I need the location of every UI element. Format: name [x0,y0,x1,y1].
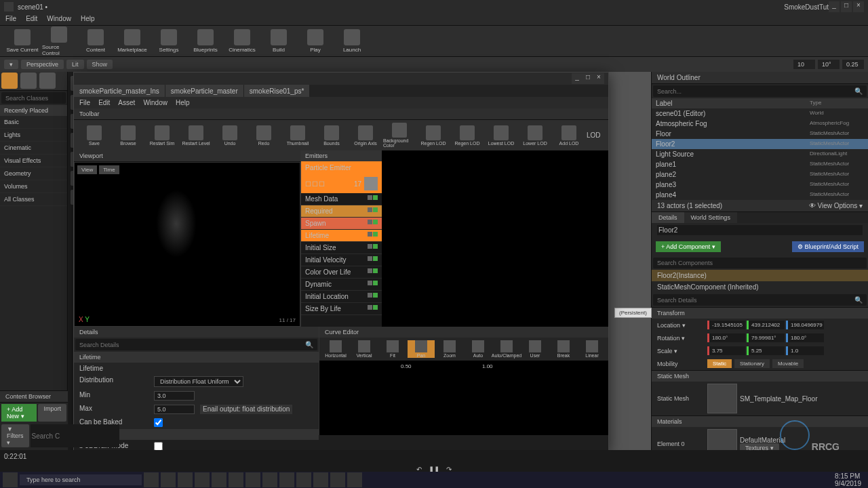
app-icon[interactable] [330,472,345,487]
build-button[interactable]: Build [262,29,296,53]
curve-pan-button[interactable]: Pan [408,340,435,358]
scale-snap[interactable]: 0.25 [842,60,864,69]
cat-vfx[interactable]: Visual Effects [0,155,67,167]
minimize-button[interactable]: _ [829,1,840,12]
landscape-mode-icon[interactable] [39,73,56,89]
loc-y[interactable]: 439.212402 [747,321,785,329]
mobility-static[interactable]: Static [707,359,732,368]
app-icon[interactable] [245,472,260,487]
app-icon[interactable] [212,472,226,487]
outliner-row[interactable]: plane1StaticMeshActor [652,159,868,169]
outliner-search[interactable] [657,87,854,95]
cascade-tool-lower-lod[interactable]: Lower LOD [519,125,551,146]
cascade-tool-add-lod[interactable]: Add LOD [553,125,585,146]
tab-particle-master[interactable]: smokeParticle_master [165,85,244,97]
lit-button[interactable]: Lit [66,60,84,69]
cat-volumes[interactable]: Volumes [0,180,67,193]
emitter-module-size-by-life[interactable]: Size By Life [301,303,382,315]
cascade-tool-lowest-lod[interactable]: Lowest LOD [485,125,517,146]
outliner-row[interactable]: Light SourceDirectionalLight [652,149,868,159]
paint-mode-icon[interactable] [20,73,37,89]
curve-vertical-button[interactable]: Vertical [351,340,378,358]
cortana-icon[interactable] [144,472,159,487]
mobility-stationary[interactable]: Stationary [734,359,770,368]
cascade-tool-browse[interactable]: Browse [112,125,144,146]
cascade-menu-edit[interactable]: Edit [98,99,110,106]
curve-user-button[interactable]: User [521,340,549,358]
outliner-row[interactable]: Atmospheric FogAtmosphericFog [652,119,868,129]
filters-button[interactable]: ▼ Filters ▾ [1,424,29,447]
cascade-tool-restart-level[interactable]: Restart Level [180,125,212,146]
cascade-tool-restart-sim[interactable]: Restart Sim [146,125,178,146]
curve-zoom-button[interactable]: Zoom [436,340,463,358]
cascade-tool-regen-lod[interactable]: Regen LOD [417,125,450,146]
loc-x[interactable]: -19.1545105 [707,321,745,329]
scale-z[interactable]: 1.0 [786,346,824,355]
app-icon[interactable] [195,472,210,487]
emitter-module-dynamic[interactable]: Dynamic [301,279,382,291]
menu-file[interactable]: File [5,15,16,24]
material-thumbnail[interactable] [707,429,737,451]
baked-checkbox[interactable] [154,418,163,427]
outliner-row[interactable]: plane2StaticMeshActor [652,169,868,180]
tab-smoke-rise[interactable]: smokeRise01_ps* [244,85,311,97]
cascade-close[interactable]: × [593,73,604,84]
col-label[interactable]: Label [656,100,807,107]
outliner-row[interactable]: plane3StaticMeshActor [652,180,868,190]
cascade-search-details[interactable] [79,341,305,348]
launch-button[interactable]: Launch [335,29,369,53]
mesh-thumbnail[interactable] [707,384,737,413]
curve-auto-clamped-button[interactable]: Auto/Clamped [493,340,520,358]
app-icon[interactable] [279,472,294,487]
emitter-module-color-over-life[interactable]: Color Over Life [301,266,382,279]
cascade-tool-bounds[interactable]: Bounds [315,125,348,146]
cat-geometry[interactable]: Geometry [0,167,67,180]
marketplace-button[interactable]: Marketplace [115,29,149,53]
cascade-menu-window[interactable]: Window [143,99,167,106]
details-tab[interactable]: Details [652,212,684,223]
maximize-button[interactable]: □ [841,1,852,12]
cascade-maximize[interactable]: □ [583,73,593,84]
cascade-tool-regen-lod[interactable]: Regen LOD [451,125,484,146]
static-mesh-header[interactable]: Static Mesh [652,371,868,382]
settings-button[interactable]: Settings [152,29,186,53]
scale-x[interactable]: 3.75 [707,346,745,355]
rot-z[interactable]: 180.0° [786,333,824,342]
taskbar-search[interactable]: Type here to search [20,474,142,485]
mobility-movable[interactable]: Movable [772,359,804,368]
emitter-module-lifetime[interactable]: Lifetime [301,230,382,242]
cascade-minimize[interactable]: _ [572,73,583,84]
save-current-button[interactable]: Save Current [5,29,39,53]
distribution-select[interactable]: Distribution Float Uniform [154,376,243,387]
emitter-module-required[interactable]: Required [301,205,382,218]
dropdown-icon[interactable]: ▾ [4,60,18,69]
rot-x[interactable]: 180.0° [707,333,745,342]
outliner-row[interactable]: scene01 (Editor)World [652,108,868,119]
cinematics-button[interactable]: Cinematics [225,29,259,53]
curve-break-button[interactable]: Break [550,340,577,358]
curve-auto-button[interactable]: Auto [465,340,492,358]
emitter-module-initial-location[interactable]: Initial Location [301,291,382,303]
tab-particle-instance[interactable]: smokeParticle_master_Ins [74,85,165,97]
content-search[interactable] [31,424,119,447]
view-button[interactable]: View [77,165,97,174]
curve-horizontal-button[interactable]: Horizontal [322,340,349,358]
rot-y[interactable]: 79.99981° [747,333,785,342]
import-button[interactable]: Import [38,404,66,422]
outliner-row[interactable]: plane4StaticMeshActor [652,190,868,200]
app-icon[interactable] [178,472,193,487]
add-component-button[interactable]: + Add Component ▾ [656,241,721,252]
object-name-field[interactable] [657,225,863,235]
search-icon[interactable]: 🔍 [854,296,863,304]
time-button[interactable]: Time [99,165,119,174]
curve-canvas[interactable]: 0.50 1.00 [319,361,608,435]
place-mode-icon[interactable] [1,73,18,89]
cascade-tool-background-color[interactable]: Background Color [383,123,416,148]
world-settings-tab[interactable]: World Settings [684,212,737,223]
emitter-header[interactable]: Particle Emitter [301,161,382,174]
cascade-tool-thumbnail[interactable]: Thumbnail [281,125,314,146]
cat-lights[interactable]: Lights [0,129,67,142]
play-button[interactable]: Play [298,29,332,53]
lifetime-section[interactable]: Lifetime [74,352,319,363]
max-input[interactable] [154,405,195,414]
